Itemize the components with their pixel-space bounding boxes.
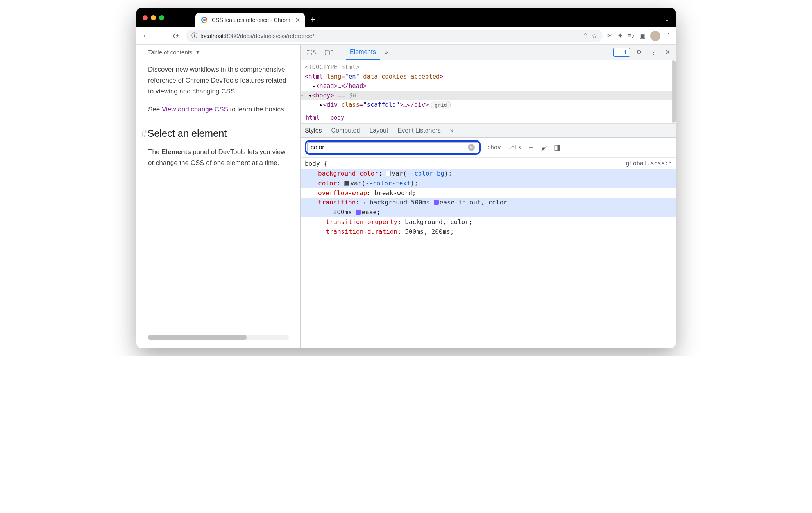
device-toolbar-icon[interactable]: ▢▯ (322, 47, 336, 57)
kebab-menu-icon[interactable]: ⋮ (665, 32, 672, 40)
tab-title: CSS features reference - Chrom (212, 17, 290, 23)
window-controls (143, 15, 164, 20)
body-node-selected[interactable]: ⋯ ▾<body> == $0 (301, 91, 676, 100)
page-content: Table of contents ▾ Discover new workflo… (136, 45, 300, 348)
subtab-layout[interactable]: Layout (369, 127, 388, 134)
bezier-icon[interactable] (356, 210, 361, 215)
styles-filter-row: ✕ :hov .cls ＋ 🖌 ◨ (301, 138, 676, 158)
dom-tree[interactable]: <!DOCTYPE html> <html lang="en" data-coo… (301, 60, 676, 112)
more-tabs-icon[interactable]: » (382, 47, 390, 57)
color-swatch-icon[interactable] (344, 181, 349, 186)
hash-icon: # (141, 127, 147, 139)
scissors-icon[interactable]: ✂ (607, 32, 613, 40)
issue-icon: ▭ (617, 49, 622, 56)
devtools-tabbar: ⬚↖ ▢▯ Elements » ▭1 ⚙ ⋮ ✕ (301, 45, 676, 60)
div-scaffold-node[interactable]: ▸<div class="scaffold">…</div>grid (305, 100, 672, 109)
styles-subtabs: Styles Computed Layout Event Listeners » (301, 124, 676, 138)
filter-highlight: ✕ (305, 140, 481, 155)
paint-icon[interactable]: 🖌 (541, 143, 548, 152)
decl-transition[interactable]: transition: ▾ background 500ms ease-in-o… (301, 198, 676, 217)
subtab-styles[interactable]: Styles (305, 127, 322, 134)
breadcrumb: html body (301, 112, 676, 124)
selector[interactable]: body { (305, 159, 327, 169)
tabs-menu-button[interactable]: ⌄ (665, 16, 669, 22)
view-change-css-link[interactable]: View and change CSS (162, 106, 228, 113)
browser-window: CSS features reference - Chrom ✕ + ⌄ ← →… (136, 8, 676, 348)
decl-color[interactable]: color: var(--color-text); (301, 179, 676, 188)
new-tab-button[interactable]: + (310, 14, 315, 25)
vertical-scrollbar[interactable] (671, 60, 676, 348)
styles-toolbar: :hov .cls ＋ 🖌 ◨ (487, 143, 561, 152)
reload-button[interactable]: ⟳ (172, 30, 181, 42)
bookmark-icon[interactable]: ☆ (591, 32, 597, 40)
close-tab-button[interactable]: ✕ (295, 16, 300, 24)
chrome-favicon-icon (200, 16, 209, 24)
new-style-rule-button[interactable]: ＋ (528, 143, 535, 152)
minimize-window-button[interactable] (151, 15, 156, 20)
source-link[interactable]: _global.scss:6 (622, 159, 672, 169)
kebab-menu-icon[interactable]: ⋮ (648, 47, 659, 57)
content-area: Table of contents ▾ Discover new workflo… (136, 45, 676, 348)
grid-badge[interactable]: grid (431, 101, 450, 109)
issues-badge[interactable]: ▭1 (613, 48, 630, 57)
url-host: localhost (200, 32, 224, 39)
filter-input-wrap: ✕ (307, 142, 478, 152)
see-paragraph: See View and change CSS to learn the bas… (148, 104, 289, 115)
back-button[interactable]: ← (140, 30, 151, 42)
close-devtools-icon[interactable]: ✕ (663, 47, 672, 57)
titlebar: CSS features reference - Chrom ✕ + ⌄ (136, 8, 676, 27)
more-subtabs-icon[interactable]: » (450, 127, 454, 134)
extensions-icon[interactable]: ✦ (617, 32, 623, 40)
subtab-event-listeners[interactable]: Event Listeners (397, 127, 440, 134)
html-node[interactable]: <html lang="en" data-cookies-accepted> (305, 72, 672, 81)
site-info-icon[interactable]: ⓘ (191, 32, 197, 39)
hov-button[interactable]: :hov (487, 144, 501, 151)
select-element-heading: #Select an element (148, 127, 289, 140)
devtools-body: <!DOCTYPE html> <html lang="en" data-coo… (301, 60, 676, 348)
subtab-computed[interactable]: Computed (331, 127, 360, 134)
chevron-down-icon: ▾ (196, 48, 199, 56)
crumb-html[interactable]: html (306, 114, 320, 121)
doctype-node: <!DOCTYPE html> (305, 63, 672, 72)
intro-paragraph: Discover new workflows in this comprehen… (148, 64, 289, 97)
decl-transition-property[interactable]: transition-property: background, color; (305, 217, 672, 227)
forward-button[interactable]: → (156, 30, 167, 42)
side-panel-icon[interactable]: ▣ (639, 32, 646, 40)
decl-transition-duration[interactable]: transition-duration: 500ms, 200ms; (305, 227, 672, 237)
crumb-body[interactable]: body (330, 114, 344, 121)
address-bar[interactable]: ⓘ localhost:8080/docs/devtools/css/refer… (186, 30, 603, 42)
profile-avatar[interactable] (650, 31, 660, 41)
tab-elements[interactable]: Elements (346, 45, 380, 60)
devtools-panel: ⬚↖ ▢▯ Elements » ▭1 ⚙ ⋮ ✕ <!DOCTYPE html… (300, 45, 676, 348)
bezier-icon[interactable] (434, 200, 439, 205)
browser-tab[interactable]: CSS features reference - Chrom ✕ (195, 13, 305, 27)
elements-panel-paragraph: The Elements panel of DevTools lets you … (148, 147, 289, 169)
cls-button[interactable]: .cls (507, 144, 521, 151)
head-node[interactable]: ▸<head>…</head> (305, 81, 672, 91)
inspect-element-icon[interactable]: ⬚↖ (304, 47, 320, 57)
url-path: /docs/devtools/css/reference/ (238, 32, 314, 39)
share-icon[interactable]: ⇪ (583, 32, 588, 40)
decl-overflow-wrap[interactable]: overflow-wrap: break-word; (305, 188, 672, 198)
close-window-button[interactable] (143, 15, 148, 20)
settings-gear-icon[interactable]: ⚙ (634, 47, 644, 57)
decl-background-color[interactable]: background-color: var(--color-bg); (301, 169, 676, 179)
separator (341, 48, 341, 57)
maximize-window-button[interactable] (159, 15, 164, 20)
horizontal-scrollbar[interactable] (148, 335, 289, 340)
styles-pane[interactable]: body { _global.scss:6 background-color: … (301, 158, 676, 240)
color-swatch-icon[interactable] (386, 171, 391, 176)
reading-list-icon[interactable]: ≡♪ (628, 32, 635, 40)
clear-filter-button[interactable]: ✕ (468, 144, 475, 151)
styles-filter-input[interactable] (311, 144, 468, 151)
rule-header: body { _global.scss:6 (305, 159, 672, 169)
toc-toggle[interactable]: Table of contents ▾ (148, 48, 289, 56)
computed-sidebar-icon[interactable]: ◨ (554, 143, 561, 152)
browser-toolbar: ← → ⟳ ⓘ localhost:8080/docs/devtools/css… (136, 27, 676, 45)
